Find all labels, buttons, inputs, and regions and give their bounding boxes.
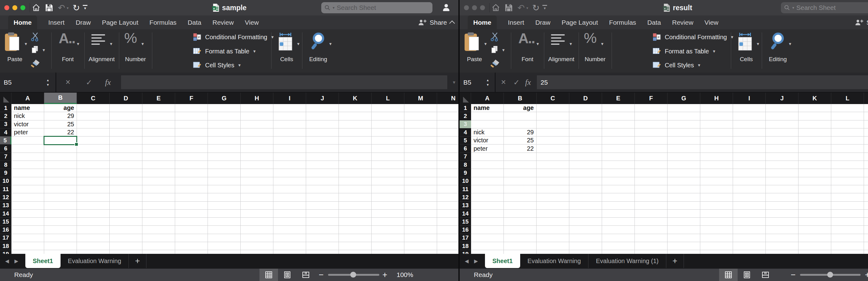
cell[interactable] bbox=[11, 250, 44, 254]
cell[interactable] bbox=[372, 177, 404, 185]
search-scope-caret-icon[interactable]: ▾ bbox=[333, 5, 335, 10]
cell[interactable] bbox=[668, 128, 700, 136]
cell[interactable] bbox=[110, 145, 143, 153]
cell[interactable]: 25 bbox=[504, 136, 536, 145]
cell[interactable] bbox=[404, 128, 437, 136]
row-header[interactable]: 10 bbox=[0, 177, 11, 185]
formula-input[interactable]: 25 bbox=[537, 75, 868, 89]
cell[interactable] bbox=[44, 201, 77, 210]
cell[interactable] bbox=[733, 201, 766, 210]
cell[interactable] bbox=[766, 177, 799, 185]
stepper-down-icon[interactable]: ▼ bbox=[486, 83, 489, 87]
cell[interactable] bbox=[208, 210, 241, 218]
cell[interactable] bbox=[241, 185, 273, 193]
cell[interactable] bbox=[471, 242, 504, 250]
cell[interactable] bbox=[241, 210, 273, 218]
cell[interactable] bbox=[372, 193, 404, 201]
cell[interactable] bbox=[831, 104, 864, 112]
cell[interactable] bbox=[471, 112, 504, 120]
cell-styles-button[interactable]: Cell Styles ▾ bbox=[653, 61, 700, 70]
cell[interactable] bbox=[536, 250, 569, 254]
cell[interactable] bbox=[404, 250, 437, 254]
cell[interactable] bbox=[77, 234, 110, 242]
cell[interactable] bbox=[44, 250, 77, 254]
number-menu-caret-icon[interactable]: ▾ bbox=[142, 41, 144, 46]
cell[interactable] bbox=[700, 128, 733, 136]
add-sheet-button[interactable]: + bbox=[666, 254, 684, 268]
cell[interactable] bbox=[831, 193, 864, 201]
column-header[interactable]: K bbox=[339, 93, 372, 104]
cell[interactable] bbox=[143, 128, 175, 136]
cell[interactable] bbox=[44, 193, 77, 201]
cell[interactable] bbox=[110, 120, 143, 128]
cell[interactable] bbox=[273, 177, 306, 185]
cell[interactable] bbox=[536, 234, 569, 242]
cell[interactable] bbox=[864, 169, 868, 177]
tab-formulas[interactable]: Formulas bbox=[609, 15, 636, 29]
font-menu-caret-icon[interactable]: ▾ bbox=[77, 41, 80, 46]
cell[interactable] bbox=[44, 218, 77, 226]
cell[interactable] bbox=[175, 210, 208, 218]
cell[interactable] bbox=[241, 177, 273, 185]
cell[interactable]: peter bbox=[471, 145, 504, 153]
cell[interactable] bbox=[504, 250, 536, 254]
cell[interactable]: nick bbox=[471, 128, 504, 136]
cell[interactable]: victor bbox=[471, 136, 504, 145]
cell[interactable] bbox=[241, 104, 273, 112]
minimize-window-button[interactable] bbox=[12, 5, 17, 10]
cell[interactable] bbox=[11, 136, 44, 145]
cell[interactable] bbox=[831, 226, 864, 234]
cell[interactable] bbox=[799, 185, 831, 193]
cell[interactable] bbox=[44, 136, 77, 145]
cell[interactable] bbox=[372, 169, 404, 177]
cell[interactable] bbox=[208, 250, 241, 254]
paste-menu-caret-icon[interactable]: ▾ bbox=[25, 41, 27, 46]
cell[interactable] bbox=[306, 145, 339, 153]
cell[interactable] bbox=[306, 218, 339, 226]
cell[interactable] bbox=[569, 234, 602, 242]
stepper-down-icon[interactable]: ▼ bbox=[46, 83, 50, 87]
cell[interactable] bbox=[372, 145, 404, 153]
search-sheet-box[interactable]: ▾ Search Sheet bbox=[781, 2, 868, 13]
cell[interactable] bbox=[536, 161, 569, 169]
search-scope-caret-icon[interactable]: ▾ bbox=[792, 5, 794, 10]
close-window-button[interactable] bbox=[4, 5, 9, 10]
cell[interactable] bbox=[864, 153, 868, 161]
cell[interactable] bbox=[44, 242, 77, 250]
cell[interactable] bbox=[404, 193, 437, 201]
cell[interactable] bbox=[536, 120, 569, 128]
cell[interactable] bbox=[77, 112, 110, 120]
cell[interactable] bbox=[404, 177, 437, 185]
cell[interactable] bbox=[602, 210, 635, 218]
cell[interactable] bbox=[306, 242, 339, 250]
cell[interactable] bbox=[208, 136, 241, 145]
cell[interactable] bbox=[635, 193, 668, 201]
cell[interactable] bbox=[437, 169, 458, 177]
cell[interactable] bbox=[668, 104, 700, 112]
cell[interactable] bbox=[11, 145, 44, 153]
cell[interactable] bbox=[602, 136, 635, 145]
sheet-next-icon[interactable]: ▶ bbox=[471, 254, 480, 268]
cell[interactable] bbox=[700, 161, 733, 169]
cell[interactable] bbox=[44, 177, 77, 185]
cell[interactable] bbox=[471, 161, 504, 169]
cell[interactable] bbox=[799, 201, 831, 210]
cell[interactable] bbox=[700, 226, 733, 234]
cell[interactable] bbox=[635, 185, 668, 193]
cell[interactable] bbox=[77, 177, 110, 185]
cancel-entry-icon[interactable]: × bbox=[501, 72, 506, 92]
cell[interactable] bbox=[11, 226, 44, 234]
cell[interactable] bbox=[273, 234, 306, 242]
cell[interactable] bbox=[110, 193, 143, 201]
cell[interactable] bbox=[700, 210, 733, 218]
cell[interactable] bbox=[635, 218, 668, 226]
font-menu-caret-icon[interactable]: ▾ bbox=[536, 41, 539, 46]
cell[interactable] bbox=[700, 153, 733, 161]
redo-icon[interactable]: ↻ bbox=[71, 0, 82, 15]
cell[interactable] bbox=[831, 201, 864, 210]
cells-button[interactable] bbox=[737, 32, 753, 51]
cell[interactable] bbox=[831, 210, 864, 218]
cell[interactable] bbox=[273, 169, 306, 177]
cell[interactable] bbox=[437, 234, 458, 242]
toolbar-more-icon[interactable]: ▾ bbox=[542, 5, 547, 10]
